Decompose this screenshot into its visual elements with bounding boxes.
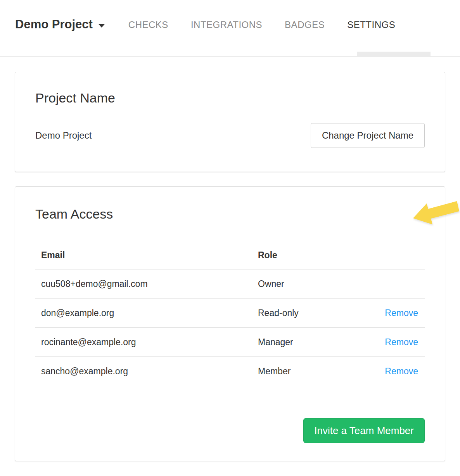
table-row: rocinante@example.org Manager Remove [35, 328, 425, 357]
project-name-card-title: Project Name [35, 72, 425, 106]
remove-link[interactable]: Remove [385, 308, 418, 318]
member-role: Member [252, 357, 368, 386]
member-email: sancho@example.org [35, 357, 252, 386]
remove-link[interactable]: Remove [385, 366, 418, 376]
tab-badges[interactable]: BADGES [285, 18, 325, 32]
project-nav: CHECKS INTEGRATIONS BADGES SETTINGS [128, 18, 395, 32]
remove-link[interactable]: Remove [385, 337, 418, 347]
table-row: don@example.org Read-only Remove [35, 299, 425, 328]
role-column-header: Role [252, 247, 368, 269]
project-name-row: Demo Project Change Project Name [35, 123, 425, 148]
invite-row: Invite a Team Member [35, 418, 425, 443]
member-email: rocinante@example.org [35, 328, 252, 357]
team-access-card-title: Team Access [35, 187, 425, 222]
actions-column-header [368, 247, 425, 269]
change-project-name-button[interactable]: Change Project Name [311, 123, 425, 148]
invite-team-member-button[interactable]: Invite a Team Member [303, 418, 425, 443]
active-tab-indicator [357, 52, 431, 57]
email-column-header: Email [35, 247, 252, 269]
team-table-body: cuu508+demo@gmail.com Owner don@example.… [35, 269, 425, 386]
team-access-card: Team Access Email Role cuu508+demo@gmail… [15, 186, 445, 461]
member-email: cuu508+demo@gmail.com [35, 269, 252, 299]
member-role: Manager [252, 328, 368, 357]
project-switcher-label: Demo Project [15, 17, 93, 32]
table-row: cuu508+demo@gmail.com Owner [35, 269, 425, 299]
team-table-header-row: Email Role [35, 247, 425, 269]
project-name-card: Project Name Demo Project Change Project… [15, 72, 445, 172]
tab-checks[interactable]: CHECKS [128, 18, 168, 32]
project-header: Demo Project CHECKS INTEGRATIONS BADGES … [0, 0, 460, 57]
tab-integrations[interactable]: INTEGRATIONS [191, 18, 262, 32]
team-table: Email Role cuu508+demo@gmail.com Owner d… [35, 247, 425, 386]
table-row: sancho@example.org Member Remove [35, 357, 425, 386]
project-name-value: Demo Project [35, 130, 92, 141]
member-email: don@example.org [35, 299, 252, 328]
caret-down-icon [99, 24, 105, 28]
tab-settings[interactable]: SETTINGS [347, 18, 395, 32]
member-role: Owner [252, 269, 368, 299]
project-switcher[interactable]: Demo Project [15, 17, 105, 32]
member-role: Read-only [252, 299, 368, 328]
